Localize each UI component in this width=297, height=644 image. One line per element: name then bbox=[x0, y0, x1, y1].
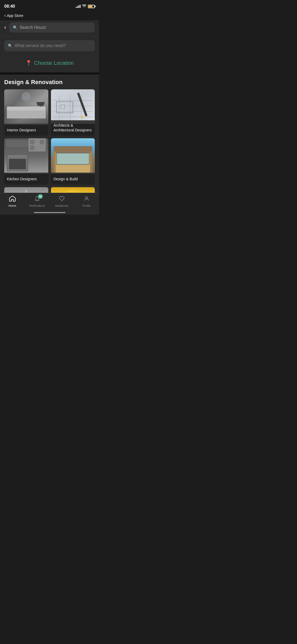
wifi-icon bbox=[82, 4, 86, 8]
search-icon: 🔍 bbox=[13, 25, 17, 30]
service-section: 🔍 What service do you need? bbox=[0, 36, 99, 56]
search-bar[interactable]: 🔍 Search Houzz bbox=[9, 22, 95, 33]
kitchen-designers-label: Kitchen Designers bbox=[4, 174, 48, 185]
category-grid: Interior Designers bbox=[4, 89, 95, 197]
main-content: Design & Renovation Interior Designers bbox=[0, 75, 99, 197]
grid-item-architects[interactable]: Architects & Architectural Designers bbox=[51, 89, 95, 136]
notification-wrapper: 10 bbox=[34, 196, 40, 203]
signal-bars-icon bbox=[76, 5, 81, 8]
architects-image bbox=[51, 89, 95, 124]
service-search-icon: 🔍 bbox=[8, 44, 12, 48]
notification-badge: 10 bbox=[38, 194, 43, 199]
status-icons: ⚡ bbox=[76, 4, 95, 8]
design-build-label: Design & Build bbox=[51, 174, 95, 185]
battery-icon: ⚡ bbox=[88, 5, 95, 8]
location-pin-icon: 📍 bbox=[25, 60, 32, 66]
app-store-bar[interactable]: ‹ App Store bbox=[0, 12, 99, 20]
design-build-image bbox=[51, 138, 95, 173]
grid-item-kitchen-designers[interactable]: Kitchen Designers bbox=[4, 138, 48, 185]
section-title: Design & Renovation bbox=[4, 79, 95, 86]
kitchen-designers-image bbox=[4, 138, 48, 173]
grid-item-design-build[interactable]: Design & Build bbox=[51, 138, 95, 185]
choose-location-button[interactable]: Choose Location bbox=[34, 60, 74, 66]
architects-label: Architects & Architectural Designers bbox=[51, 120, 95, 136]
service-search-bar[interactable]: 🔍 What service do you need? bbox=[4, 40, 95, 51]
search-header: ‹ 🔍 Search Houzz bbox=[0, 20, 99, 36]
interior-designers-image bbox=[4, 89, 48, 124]
profile-label: Profile bbox=[83, 204, 91, 207]
home-icon bbox=[9, 196, 16, 203]
section-divider bbox=[0, 72, 99, 75]
app-store-label: App Store bbox=[7, 13, 23, 18]
bottom-nav: Home 10 Notifications Ideabooks bbox=[0, 193, 99, 215]
home-label: Home bbox=[8, 204, 16, 207]
back-arrow-icon: ‹ bbox=[4, 13, 6, 18]
home-indicator bbox=[34, 212, 65, 213]
nav-item-notifications[interactable]: 10 Notifications bbox=[25, 196, 50, 207]
status-bar: 08:40 ⚡ bbox=[0, 0, 99, 12]
blueprint-svg bbox=[51, 89, 95, 124]
svg-rect-9 bbox=[77, 93, 87, 117]
ideabooks-icon bbox=[59, 196, 65, 203]
search-input[interactable]: Search Houzz bbox=[20, 25, 46, 30]
svg-point-11 bbox=[86, 197, 87, 199]
nav-item-profile[interactable]: Profile bbox=[74, 196, 99, 207]
location-section[interactable]: 📍 Choose Location bbox=[0, 56, 99, 72]
status-time: 08:40 bbox=[4, 4, 15, 9]
grid-item-interior-designers[interactable]: Interior Designers bbox=[4, 89, 48, 136]
nav-item-ideabooks[interactable]: Ideabooks bbox=[50, 196, 74, 207]
interior-designers-label: Interior Designers bbox=[4, 125, 48, 136]
back-button[interactable]: ‹ bbox=[4, 24, 6, 31]
notifications-label: Notifications bbox=[29, 204, 45, 207]
nav-item-home[interactable]: Home bbox=[0, 196, 25, 207]
profile-icon bbox=[84, 196, 89, 203]
svg-rect-8 bbox=[60, 104, 65, 109]
ideabooks-label: Ideabooks bbox=[55, 204, 69, 207]
service-search-input[interactable]: What service do you need? bbox=[15, 43, 66, 48]
